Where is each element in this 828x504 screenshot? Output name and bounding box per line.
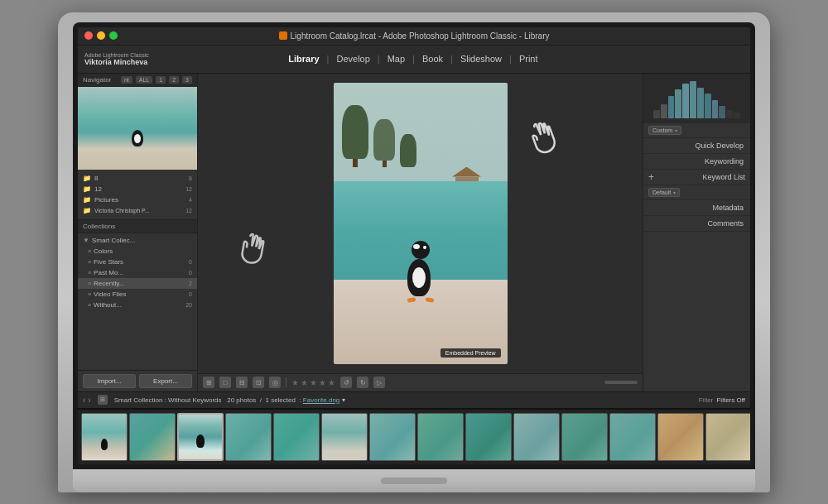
collection-item-pastmo[interactable]: ≡ Past Mo... 0 [78,267,197,278]
custom-dropdown-row: Custom ▾ [643,123,750,138]
comments-item[interactable]: Comments [643,216,750,232]
keywording-item[interactable]: Keywording [643,154,750,170]
star-1[interactable]: ★ [291,378,299,387]
film-thumb[interactable] [513,413,560,461]
histogram-panel [643,74,750,123]
folder-icon: 📁 [83,185,91,193]
tree [342,105,368,167]
export-button[interactable]: Export... [139,374,192,388]
loupe-view-button[interactable]: □ [219,377,231,388]
compare-view-button[interactable]: ⊟ [236,377,248,388]
tree [373,119,395,167]
right-panel: Custom ▾ Quick Develop Keywording + [643,74,750,391]
survey-view-button[interactable]: ⊡ [253,377,264,388]
collection-item-recently[interactable]: ≡ Recently... 2 [78,278,197,289]
filter-1[interactable]: 1 [156,76,166,84]
nav-arrows: ‹ › [83,396,91,405]
next-arrow[interactable]: › [88,396,90,405]
rating-stars[interactable]: ★ ★ ★ ★ ★ [291,378,335,387]
minimize-button[interactable] [97,31,105,40]
star-5[interactable]: ★ [328,378,335,387]
maximize-button[interactable] [109,31,118,40]
dropdown-arrow-icon: ▾ [673,190,676,195]
grid-view-button[interactable]: ⊞ [203,377,214,388]
film-thumb[interactable] [225,413,272,461]
collection-item-without[interactable]: ≡ Without... 20 [78,300,197,310]
hist-bar [668,96,675,119]
collection-item-colors[interactable]: ≡ Colors [78,246,197,257]
folder-item[interactable]: 📁 12 12 [78,184,197,194]
scene-trees [342,105,416,167]
left-panel: Navigator nt ALL 1 2 3 [78,74,198,391]
filter-2[interactable]: 2 [169,76,179,84]
film-thumb-selected[interactable] [177,413,224,461]
nav-item-library[interactable]: Library [283,52,324,65]
collection-icon: ≡ [88,259,91,265]
quick-develop-item[interactable]: Quick Develop [643,138,750,154]
star-3[interactable]: ★ [310,378,317,387]
status-bar: ‹ › ⊞ Smart Collection : Without Keyword… [78,391,750,408]
metadata-item[interactable]: Metadata [643,200,750,216]
filter-all[interactable]: ALL [136,76,152,84]
zoom-slider[interactable] [604,381,638,384]
main-image-area: Embedded Preview [198,74,643,373]
prev-arrow[interactable]: ‹ [83,396,85,405]
folder-item[interactable]: 📁 Pictures 4 [78,194,197,205]
app-brand: Adobe Lightroom Classic Viktoria Minchev… [84,52,149,66]
filter-nt[interactable]: nt [121,76,132,84]
screen-bezel: Lightroom Catalog.lrcat - Adobe Photosho… [73,22,755,469]
film-thumb[interactable] [273,413,320,461]
film-thumb[interactable] [321,413,368,461]
film-thumb[interactable] [129,413,176,461]
film-thumb[interactable] [657,413,704,461]
main-photo: Embedded Preview [334,83,508,364]
trackpad-notch [381,478,447,484]
film-thumb[interactable] [609,413,656,461]
rotate-right-button[interactable]: ↻ [357,377,368,388]
default-dropdown[interactable]: Default ▾ [648,188,680,197]
import-button[interactable]: Import... [83,374,136,388]
hist-bar [734,113,740,119]
star-4[interactable]: ★ [319,378,326,387]
grid-icon[interactable]: ⊞ [98,395,108,405]
people-view-button[interactable]: ◎ [269,377,281,388]
folder-item[interactable]: 📁 8 8 [78,173,197,184]
film-thumb[interactable] [369,413,416,461]
laptop-base [73,469,755,492]
penguin-body [407,259,431,296]
hist-bar [697,88,704,119]
add-keyword-button[interactable]: + [648,172,654,182]
folder-icon: 📁 [83,175,91,182]
nav-item-develop[interactable]: Develop [331,52,374,65]
collection-item-video[interactable]: ≡ Video Files 0 [78,289,197,300]
film-thumb[interactable] [81,413,128,461]
collection-parent[interactable]: ▼ Smart Collec... [78,235,197,246]
folders-section: 📁 8 8 📁 12 12 📁 Pictures 4 [78,170,197,219]
window-controls[interactable] [84,31,118,40]
custom-dropdown[interactable]: Custom ▾ [648,126,681,135]
rotate-left-button[interactable]: ↺ [340,377,352,388]
hand-cursor-top [515,113,568,166]
filter-3[interactable]: 3 [182,76,192,84]
folder-item[interactable]: 📁 Victoria Christoph P... 12 [78,205,197,216]
filter-status: Filter Filters Off [699,396,745,404]
title-bar: Lightroom Catalog.lrcat - Adobe Photosho… [78,27,750,46]
navigator-header: Navigator nt ALL 1 2 3 [78,74,197,87]
hand-cursor-left [230,223,278,271]
filmstrip [78,408,750,464]
slideshow-button[interactable]: ▷ [373,377,385,388]
nav-item-print[interactable]: Print [514,52,543,65]
nav-item-map[interactable]: Map [383,52,410,65]
collection-item-fivestars[interactable]: ≡ Five Stars 0 [78,257,197,267]
film-thumb[interactable] [561,413,608,461]
star-2[interactable]: ★ [301,378,308,387]
close-button[interactable] [84,31,93,40]
film-thumb[interactable] [417,413,464,461]
app-header: Adobe Lightroom Classic Viktoria Minchev… [78,46,750,74]
brand-name: Adobe Lightroom Classic [84,52,149,58]
film-thumb[interactable] [465,413,512,461]
nav-item-slideshow[interactable]: Slideshow [455,52,507,65]
collections-list: ▼ Smart Collec... ≡ Colors ≡ Five Stars … [78,233,197,370]
film-thumb[interactable] [705,413,750,461]
nav-item-book[interactable]: Book [417,52,448,65]
